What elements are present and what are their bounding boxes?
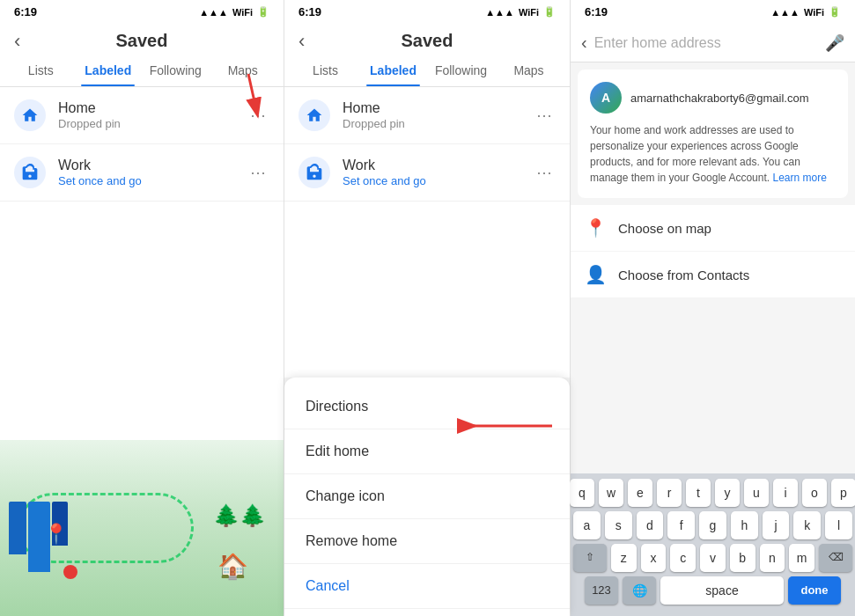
cancel-item[interactable]: Cancel xyxy=(284,564,570,609)
key-b[interactable]: b xyxy=(730,544,755,572)
wifi-icon-3: WiFi xyxy=(804,7,824,18)
keyboard-row-3: ⇧ z x c v b n m ⌫ xyxy=(573,544,852,572)
key-e[interactable]: e xyxy=(628,479,652,507)
more-button-work-2[interactable]: ⋯ xyxy=(533,159,556,186)
work-subtitle-1: Set once and go xyxy=(58,174,247,187)
search-input[interactable] xyxy=(594,35,818,51)
tab-maps-2[interactable]: Maps xyxy=(495,55,563,86)
status-bar-3: 6:19 ▲▲▲ WiFi 🔋 xyxy=(571,0,855,24)
map-trees: 🌲🌲 xyxy=(213,503,266,528)
home-text-2: Home Dropped pin xyxy=(343,100,533,130)
key-d[interactable]: d xyxy=(637,511,664,539)
panel-1: 6:19 ▲▲▲ WiFi 🔋 ‹ Saved Lists Labeled Fo… xyxy=(0,0,284,616)
key-s[interactable]: s xyxy=(605,511,632,539)
key-numbers[interactable]: 123 xyxy=(585,576,618,605)
status-icons-2: ▲▲▲ WiFi 🔋 xyxy=(485,6,556,18)
choose-from-contacts-option[interactable]: 👤 Choose from Contacts xyxy=(571,252,855,297)
work-item-2[interactable]: Work Set once and go ⋯ xyxy=(284,144,570,202)
key-f[interactable]: f xyxy=(667,511,695,539)
mic-icon[interactable]: 🎤 xyxy=(825,33,844,53)
home-item-2[interactable]: Home Dropped pin ⋯ xyxy=(284,87,570,144)
key-u[interactable]: u xyxy=(744,479,769,507)
key-x[interactable]: x xyxy=(641,544,667,572)
search-bar: ‹ 🎤 xyxy=(571,24,855,62)
learn-more-link[interactable]: Learn more xyxy=(772,172,826,184)
back-button-2[interactable]: ‹ xyxy=(299,30,305,53)
tab-maps-1[interactable]: Maps xyxy=(210,55,277,86)
key-p[interactable]: p xyxy=(831,479,855,507)
key-t[interactable]: t xyxy=(686,479,711,507)
back-button-1[interactable]: ‹ xyxy=(14,30,20,53)
work-text-1: Work Set once and go xyxy=(58,158,247,187)
key-space[interactable]: space xyxy=(660,576,784,605)
header-1: ‹ Saved xyxy=(0,24,284,55)
avatar: A xyxy=(590,82,622,114)
work-icon-2 xyxy=(299,157,330,188)
key-c[interactable]: c xyxy=(670,544,696,572)
key-l[interactable]: l xyxy=(825,511,852,539)
tab-following-1[interactable]: Following xyxy=(142,55,210,86)
key-o[interactable]: o xyxy=(802,479,827,507)
map-illustration: 📍 🌲🌲 🏠 xyxy=(0,440,284,616)
key-g[interactable]: g xyxy=(699,511,726,539)
time-3: 6:19 xyxy=(585,5,608,18)
empty-space xyxy=(571,298,855,473)
more-button-home-2[interactable]: ⋯ xyxy=(533,102,556,128)
tab-lists-1[interactable]: Lists xyxy=(7,55,75,86)
key-done[interactable]: done xyxy=(788,576,841,605)
key-m[interactable]: m xyxy=(789,544,814,572)
keyboard-row-4: 123 🌐 space done xyxy=(573,576,852,605)
contacts-option-icon: 👤 xyxy=(585,264,606,285)
key-i[interactable]: i xyxy=(773,479,798,507)
choose-on-map-option[interactable]: 📍 Choose on map xyxy=(571,205,855,251)
tab-following-2[interactable]: Following xyxy=(427,55,495,86)
key-v[interactable]: v xyxy=(700,544,726,572)
panel2-content: 6:19 ▲▲▲ WiFi 🔋 ‹ Saved Lists Labeled Fo… xyxy=(284,0,570,378)
work-title-2: Work xyxy=(343,158,533,173)
work-text-2: Work Set once and go xyxy=(343,158,533,187)
tabs-1: Lists Labeled Following Maps xyxy=(0,55,284,87)
tab-labeled-2[interactable]: Labeled xyxy=(359,55,427,86)
map-pin-bottom xyxy=(26,546,114,590)
home-item-1[interactable]: Home Dropped pin ⋯ xyxy=(0,87,284,144)
more-button-1[interactable]: ⋯ xyxy=(247,102,269,128)
home-subtitle-2: Dropped pin xyxy=(343,117,533,130)
tab-labeled-1[interactable]: Labeled xyxy=(75,55,143,86)
wifi-icon-2: WiFi xyxy=(519,7,539,18)
map-option-label: Choose on map xyxy=(618,221,711,236)
key-a[interactable]: a xyxy=(573,511,601,539)
key-z[interactable]: z xyxy=(611,544,637,572)
key-q[interactable]: q xyxy=(570,479,594,507)
signal-icon-3: ▲▲▲ xyxy=(770,7,800,18)
work-item-1[interactable]: Work Set once and go ⋯ xyxy=(0,144,284,202)
map-pin-red: 📍 xyxy=(44,523,68,546)
key-globe[interactable]: 🌐 xyxy=(623,576,656,605)
more-button-work-1[interactable]: ⋯ xyxy=(247,159,269,186)
key-j[interactable]: j xyxy=(763,511,790,539)
search-back-button[interactable]: ‹ xyxy=(581,33,587,53)
key-n[interactable]: n xyxy=(760,544,785,572)
signal-icon-2: ▲▲▲ xyxy=(485,7,514,18)
status-bar-2: 6:19 ▲▲▲ WiFi 🔋 xyxy=(284,0,570,24)
info-card: A amarnathchakraborty6@gmail.com Your ho… xyxy=(578,70,848,198)
key-w[interactable]: w xyxy=(599,479,623,507)
key-y[interactable]: y xyxy=(715,479,740,507)
key-shift[interactable]: ⇧ xyxy=(573,544,607,572)
change-icon-item[interactable]: Change icon xyxy=(284,474,570,519)
home-icon-2 xyxy=(299,99,330,131)
key-k[interactable]: k xyxy=(793,511,821,539)
time-1: 6:19 xyxy=(14,5,37,18)
home-text-1: Home Dropped pin xyxy=(58,100,247,130)
time-2: 6:19 xyxy=(299,5,321,18)
key-r[interactable]: r xyxy=(657,479,682,507)
bottom-sheet: Directions Edit home Change icon Remove … xyxy=(284,378,570,616)
keyboard: q w e r t y u i o p a s d f g h j k l ⇧ … xyxy=(571,473,855,616)
panel-2: 6:19 ▲▲▲ WiFi 🔋 ‹ Saved Lists Labeled Fo… xyxy=(284,0,571,616)
key-h[interactable]: h xyxy=(731,511,758,539)
title-2: Saved xyxy=(402,31,453,51)
key-backspace[interactable]: ⌫ xyxy=(819,544,852,572)
tab-lists-2[interactable]: Lists xyxy=(291,55,359,86)
home-icon-1 xyxy=(14,99,46,131)
remove-home-item[interactable]: Remove home xyxy=(284,519,570,564)
signal-icon: ▲▲▲ xyxy=(199,7,228,18)
